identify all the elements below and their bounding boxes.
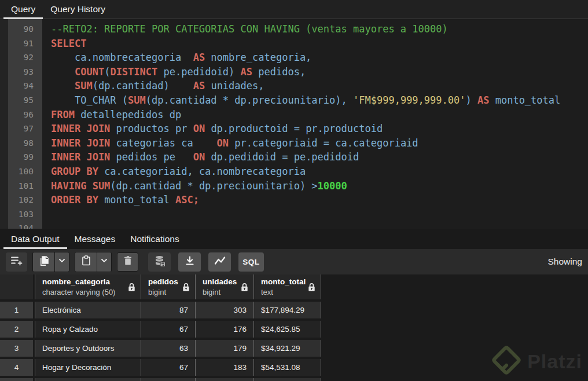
chevron-down-icon <box>100 257 108 267</box>
code-line: SUM(dp.cantidad) AS unidades, <box>51 79 588 93</box>
tab-data-output[interactable]: Data Output <box>3 229 67 249</box>
code-line: GROUP BY ca.categoriaid, ca.nombrecatego… <box>51 164 588 179</box>
results-grid: nombre_categoriacharacter varying (50) p… <box>0 274 588 381</box>
cell-nombre_categoria[interactable]: Deportes y Outdoors <box>35 340 141 357</box>
code-line: TO_CHAR (SUM(dp.cantidad * dp.preciounit… <box>51 93 588 108</box>
tab-notifications[interactable]: Notifications <box>123 229 186 249</box>
column-header-pedidos[interactable]: pedidosbigint <box>141 274 195 299</box>
showing-status-text: Showing <box>548 257 582 267</box>
row-number-cell <box>0 378 33 381</box>
cell-monto_total[interactable]: $177,894.29 <box>253 302 321 318</box>
line-number: 90 <box>8 22 42 36</box>
cell-pedidos[interactable]: 67 <box>141 321 195 338</box>
code-line: --RETO2: REPORTE POR CATEGORIAS CON HAVI… <box>51 22 588 36</box>
query-tool-window: Query Query History 90919293949596979899… <box>0 0 588 381</box>
grid-corner-cell[interactable] <box>0 274 33 299</box>
sql-button-label: SQL <box>242 258 259 266</box>
empty-cell <box>253 378 321 381</box>
grid-header-row: nombre_categoriacharacter varying (50) p… <box>0 274 588 299</box>
code-line: INNER JOIN pedidos pe ON dp.pedidoid = p… <box>51 150 588 164</box>
column-header-nombre_categoria[interactable]: nombre_categoriacharacter varying (50) <box>35 274 141 299</box>
column-type: text <box>261 288 308 296</box>
table-row: 3Deportes y Outdoors63179$34,921.29 <box>0 340 588 357</box>
tab-query[interactable]: Query <box>3 0 43 19</box>
lock-icon <box>308 283 315 292</box>
lock-icon <box>241 283 248 292</box>
copy-button-group <box>32 252 69 272</box>
sql-button[interactable]: SQL <box>238 252 264 272</box>
code-line: FROM detallepedidos dp <box>51 108 588 122</box>
line-number-gutter: 90919293949596979899100101102103104 <box>8 19 42 229</box>
line-number: 99 <box>8 150 42 164</box>
column-header-unidades[interactable]: unidadesbigint <box>195 274 253 299</box>
row-number-cell[interactable]: 3 <box>0 340 33 357</box>
column-type: bigint <box>203 288 241 296</box>
row-number-cell[interactable]: 1 <box>0 302 33 318</box>
column-name: pedidos <box>148 277 182 286</box>
tab-messages[interactable]: Messages <box>67 229 123 249</box>
empty-cell <box>195 378 253 381</box>
editor-tab-bar: Query Query History <box>0 0 588 19</box>
tab-query-history[interactable]: Query History <box>43 0 113 19</box>
chart-button[interactable] <box>208 252 231 272</box>
line-number: 103 <box>8 207 42 222</box>
cell-nombre_categoria[interactable]: Hogar y Decoración <box>35 359 141 376</box>
table-row-partial <box>0 378 588 381</box>
copy-button[interactable] <box>33 252 54 272</box>
row-number-cell[interactable]: 4 <box>0 359 33 376</box>
lock-icon <box>182 283 190 292</box>
line-number: 94 <box>8 79 42 93</box>
cell-monto_total[interactable]: $54,531.08 <box>253 359 321 376</box>
editor-left-margin <box>0 19 8 229</box>
cell-unidades[interactable]: 183 <box>195 359 253 376</box>
paste-button[interactable] <box>75 252 97 272</box>
cell-pedidos[interactable]: 63 <box>141 340 195 357</box>
cell-pedidos[interactable]: 67 <box>141 359 195 376</box>
cell-nombre_categoria[interactable]: Ropa y Calzado <box>35 321 141 338</box>
table-row: 2Ropa y Calzado67176$24,625.85 <box>0 321 588 338</box>
chart-icon <box>214 255 226 269</box>
delete-row-button[interactable] <box>117 252 138 272</box>
data-output-toolbar: SQL Showing <box>0 249 588 274</box>
cell-pedidos[interactable]: 87 <box>141 302 195 318</box>
column-name: unidades <box>203 277 241 286</box>
column-name: nombre_categoria <box>42 277 128 286</box>
paste-button-group <box>75 252 112 272</box>
line-number: 91 <box>8 36 42 51</box>
empty-cell <box>141 378 195 381</box>
tab-messages-label: Messages <box>75 234 116 244</box>
code-line: SELECT <box>51 36 588 51</box>
code-line <box>51 207 588 222</box>
code-line: INNER JOIN categorias ca ON pr.categoria… <box>51 136 588 151</box>
cell-monto_total[interactable]: $24,625.85 <box>253 321 321 338</box>
code-line <box>51 221 588 229</box>
line-number: 97 <box>8 122 42 136</box>
copy-icon <box>38 255 50 269</box>
tab-data-output-label: Data Output <box>11 234 60 244</box>
copy-options-button[interactable] <box>54 252 69 272</box>
empty-cell <box>35 378 141 381</box>
code-area[interactable]: --RETO2: REPORTE POR CATEGORIAS CON HAVI… <box>42 19 588 229</box>
cell-unidades[interactable]: 303 <box>195 302 253 318</box>
cell-unidades[interactable]: 179 <box>195 340 253 357</box>
add-row-icon <box>10 255 23 269</box>
sql-editor[interactable]: 90919293949596979899100101102103104 --RE… <box>0 19 588 229</box>
paste-options-button[interactable] <box>97 252 111 272</box>
cell-monto_total[interactable]: $34,921.29 <box>253 340 321 357</box>
code-line: ca.nombrecategoria AS nombre_categoria, <box>51 50 588 65</box>
download-button[interactable] <box>178 252 201 272</box>
row-number-cell[interactable]: 2 <box>0 321 33 338</box>
delete-icon <box>122 255 134 269</box>
table-row: 1Electrónica87303$177,894.29 <box>0 302 588 318</box>
cell-nombre_categoria[interactable]: Electrónica <box>35 302 141 318</box>
paste-icon <box>80 255 92 269</box>
column-name: monto_total <box>261 277 308 286</box>
line-number: 100 <box>8 164 42 179</box>
line-number: 92 <box>8 50 42 65</box>
column-header-monto_total[interactable]: monto_totaltext <box>253 274 321 299</box>
column-type: character varying (50) <box>42 288 128 296</box>
add-row-button[interactable] <box>6 252 27 272</box>
save-data-changes-button[interactable] <box>148 252 171 272</box>
line-number: 95 <box>8 93 42 108</box>
cell-unidades[interactable]: 176 <box>195 321 253 338</box>
